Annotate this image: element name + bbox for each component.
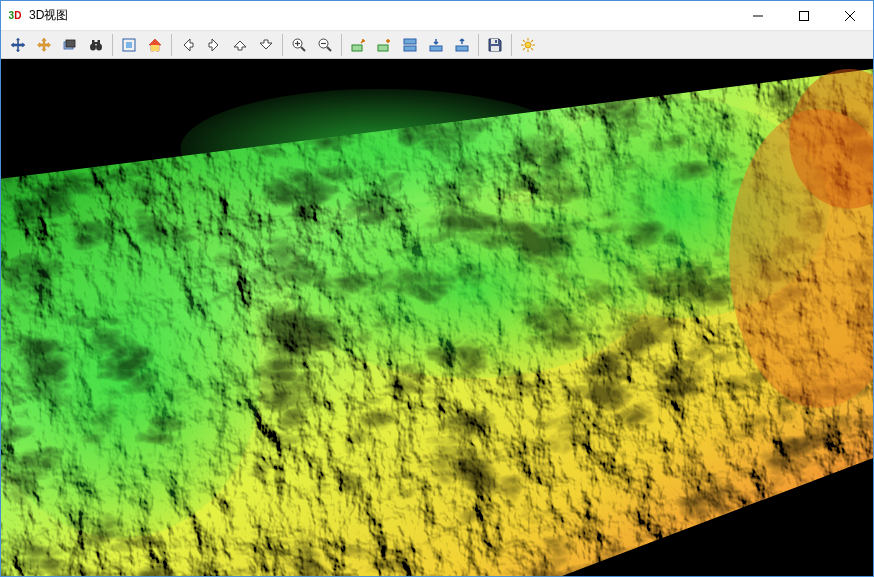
svg-rect-10 [94, 42, 98, 44]
svg-line-35 [523, 40, 525, 42]
pan-tool-button[interactable] [6, 33, 30, 57]
title-bar: 3D 3D视图 [1, 1, 873, 31]
terrain-render [1, 59, 873, 576]
layer-raise-button[interactable] [346, 33, 370, 57]
svg-rect-24 [404, 46, 416, 51]
sun-gear-icon [520, 37, 536, 53]
zoom-out-button[interactable] [313, 33, 337, 57]
arrow-up-icon [232, 37, 248, 53]
zoom-in-button[interactable] [287, 33, 311, 57]
binoculars-icon [88, 37, 104, 53]
toolbar [1, 31, 873, 59]
pan-icon [10, 37, 26, 53]
3d-viewport[interactable] [1, 59, 873, 576]
layer-lower-button[interactable] [424, 33, 448, 57]
toolbar-separator [171, 34, 172, 56]
svg-rect-12 [126, 42, 132, 48]
window-title: 3D视图 [29, 7, 68, 24]
layer-add-icon [376, 37, 392, 53]
rotate-icon [36, 37, 52, 53]
rotate-tool-button[interactable] [32, 33, 56, 57]
app-icon: 3D [7, 8, 23, 24]
svg-line-15 [301, 47, 305, 51]
find-tool-button[interactable] [84, 33, 108, 57]
full-extent-button[interactable] [117, 33, 141, 57]
nav-right-button[interactable] [202, 33, 226, 57]
home-icon [147, 37, 163, 53]
toolbar-separator [282, 34, 283, 56]
identify-icon [62, 37, 78, 53]
svg-line-38 [523, 48, 525, 50]
arrow-right-icon [206, 37, 222, 53]
toolbar-separator [478, 34, 479, 56]
svg-rect-29 [491, 46, 499, 51]
save-icon [487, 37, 503, 53]
nav-left-button[interactable] [176, 33, 200, 57]
zoom-in-icon [291, 37, 307, 53]
maximize-button[interactable] [781, 1, 827, 30]
arrow-down-icon [258, 37, 274, 53]
svg-rect-28 [495, 40, 497, 43]
home-button[interactable] [143, 33, 167, 57]
nav-down-button[interactable] [254, 33, 278, 57]
settings-button[interactable] [516, 33, 540, 57]
nav-up-button[interactable] [228, 33, 252, 57]
svg-rect-22 [378, 45, 388, 51]
full-extent-icon [121, 37, 137, 53]
layer-move-icon [454, 37, 470, 53]
zoom-out-icon [317, 37, 333, 53]
arrow-left-icon [180, 37, 196, 53]
svg-line-19 [327, 47, 331, 51]
save-button[interactable] [483, 33, 507, 57]
minimize-button[interactable] [735, 1, 781, 30]
svg-rect-21 [352, 45, 362, 51]
layer-down-icon [428, 37, 444, 53]
layer-manage-button[interactable] [398, 33, 422, 57]
layer-up-icon [350, 37, 366, 53]
layer-manage-icon [402, 37, 418, 53]
identify-tool-button[interactable] [58, 33, 82, 57]
svg-point-30 [525, 42, 531, 48]
close-button[interactable] [827, 1, 873, 30]
svg-rect-5 [66, 40, 75, 47]
svg-line-37 [531, 40, 533, 42]
toolbar-separator [511, 34, 512, 56]
toolbar-separator [341, 34, 342, 56]
svg-rect-23 [404, 39, 416, 44]
svg-line-36 [531, 48, 533, 50]
layer-move-button[interactable] [450, 33, 474, 57]
svg-rect-13 [151, 45, 159, 51]
svg-rect-25 [430, 46, 442, 51]
svg-rect-26 [456, 46, 468, 51]
window-controls [735, 1, 873, 30]
toolbar-separator [112, 34, 113, 56]
layer-add-button[interactable] [372, 33, 396, 57]
svg-rect-1 [800, 11, 809, 20]
